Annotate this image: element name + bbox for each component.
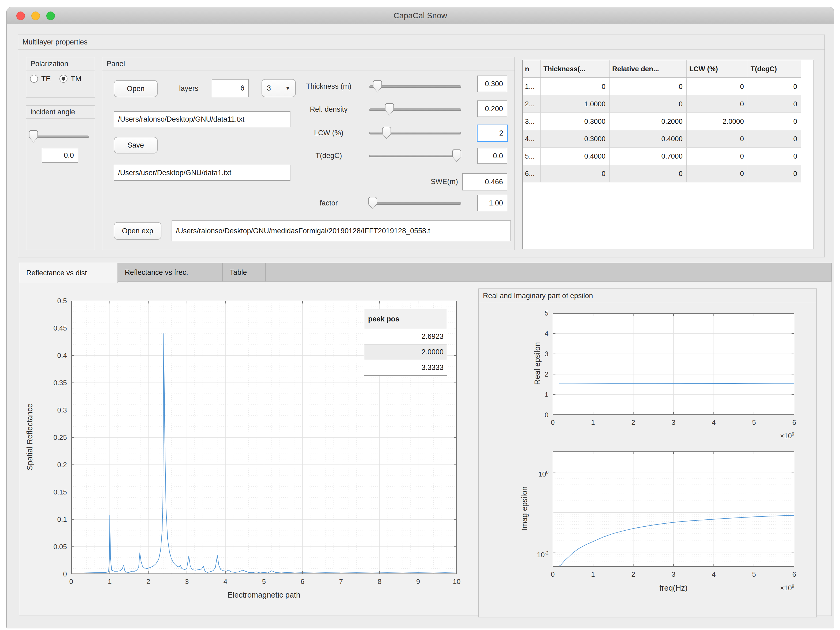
table-cell[interactable]: 4... bbox=[523, 130, 541, 147]
rel-density-slider-track[interactable] bbox=[369, 108, 461, 111]
tick-label: 100 bbox=[506, 468, 548, 478]
table-row: 4...0.30000.400000 bbox=[523, 130, 801, 147]
factor-slider-thumb[interactable] bbox=[368, 197, 377, 209]
radio-te[interactable]: TE bbox=[30, 74, 51, 83]
reflectance-xlabel: Electromagnetic path bbox=[71, 590, 457, 600]
t-degc-slider-track[interactable] bbox=[369, 155, 461, 157]
t-degc-value[interactable]: 0.0 bbox=[477, 148, 507, 164]
table-row: 2...1.0000000 bbox=[523, 95, 801, 113]
factor-label: factor bbox=[281, 199, 377, 207]
table-cell[interactable]: 0 bbox=[687, 165, 748, 182]
table-cell[interactable]: 1... bbox=[523, 78, 541, 95]
incident-angle-slider[interactable] bbox=[30, 130, 89, 143]
open-path-field[interactable]: /Users/ralonso/Desktop/GNU/data11.txt bbox=[114, 111, 291, 127]
table-cell[interactable]: 0 bbox=[687, 78, 748, 95]
table-cell[interactable]: 0 bbox=[541, 78, 609, 95]
lcw-slider[interactable] bbox=[369, 127, 461, 139]
tick-label: 0.25 bbox=[24, 433, 67, 442]
table-cell[interactable]: 6... bbox=[523, 165, 541, 182]
table-cell[interactable]: 0.2000 bbox=[609, 113, 687, 130]
peek-pos-row: 3.3333 bbox=[364, 360, 447, 375]
table-cell[interactable]: 0 bbox=[748, 130, 801, 147]
tick-label: 0.2 bbox=[24, 461, 67, 469]
table-cell[interactable]: 0 bbox=[748, 147, 801, 165]
tick-label: 9 bbox=[397, 577, 439, 586]
tick-label: 5 bbox=[243, 577, 285, 586]
tab-reflectance-vs-dist[interactable]: Reflectance vs dist bbox=[19, 263, 118, 283]
tick-label: 0.1 bbox=[24, 515, 67, 524]
factor-value[interactable]: 1.00 bbox=[477, 195, 507, 211]
radio-tm[interactable]: TM bbox=[59, 74, 81, 83]
table-cell[interactable]: 0.4000 bbox=[609, 130, 687, 147]
layers-table: nThickness(...Relative den...LCW (%)T(de… bbox=[522, 60, 814, 249]
save-button[interactable]: Save bbox=[114, 137, 158, 154]
table-cell[interactable]: 0 bbox=[609, 165, 687, 182]
tick-label: 5 bbox=[733, 570, 775, 579]
radio-te-circle[interactable] bbox=[30, 75, 38, 83]
thickness-value[interactable]: 0.300 bbox=[477, 76, 507, 92]
table-cell[interactable]: 0.7000 bbox=[609, 147, 687, 165]
tick-label: 0.35 bbox=[24, 378, 67, 387]
tab-reflectance-vs-frec[interactable]: Reflectance vs frec. bbox=[118, 263, 223, 282]
tick-label: 0.45 bbox=[24, 324, 67, 332]
multilayer-properties-title: Multilayer properties bbox=[18, 35, 824, 49]
table-column-header: LCW (%) bbox=[687, 60, 748, 78]
table-cell[interactable]: 0.3000 bbox=[541, 130, 609, 147]
table-cell[interactable]: 1.0000 bbox=[541, 95, 609, 112]
incident-angle-slider-thumb[interactable] bbox=[29, 130, 38, 142]
radio-tm-circle[interactable] bbox=[59, 75, 68, 83]
table-cell[interactable]: 0 bbox=[541, 165, 609, 182]
table-cell[interactable]: 0.3000 bbox=[541, 113, 609, 130]
incident-angle-value[interactable]: 0.0 bbox=[42, 148, 78, 163]
table-cell[interactable]: 3... bbox=[523, 113, 541, 130]
tick-label: 6 bbox=[773, 418, 816, 427]
factor-slider[interactable] bbox=[369, 197, 461, 210]
exp-path-field[interactable]: /Users/ralonso/Desktop/GNU/medidasFormig… bbox=[172, 220, 511, 241]
layers-label: layers bbox=[173, 84, 205, 93]
table-row: 6...0000 bbox=[523, 165, 801, 182]
rel-density-value[interactable]: 0.200 bbox=[477, 100, 507, 117]
tick-label: 2 bbox=[127, 577, 170, 586]
table-cell[interactable]: 0 bbox=[609, 78, 687, 95]
rel-density-slider[interactable] bbox=[369, 103, 461, 116]
peek-pos-row: 2.0000 bbox=[364, 345, 447, 360]
table-cell[interactable]: 2.0000 bbox=[687, 113, 748, 130]
thickness-slider-track[interactable] bbox=[369, 85, 461, 88]
tick-label: 2 bbox=[506, 370, 548, 378]
tick-label: 8 bbox=[358, 577, 401, 586]
radio-te-label: TE bbox=[41, 74, 51, 83]
thickness-slider[interactable] bbox=[369, 80, 461, 93]
rel-density-slider-thumb[interactable] bbox=[385, 103, 394, 116]
open-exp-button[interactable]: Open exp bbox=[114, 222, 161, 240]
table-cell[interactable]: 0 bbox=[609, 95, 687, 112]
polarization-panel: Polarization TE TM bbox=[26, 57, 95, 98]
open-button[interactable]: Open bbox=[114, 80, 158, 97]
factor-slider-track[interactable] bbox=[369, 202, 461, 205]
table-cell[interactable]: 0 bbox=[748, 95, 801, 112]
thickness-slider-thumb[interactable] bbox=[373, 80, 382, 92]
table-cell[interactable]: 0 bbox=[687, 147, 748, 165]
table-cell[interactable]: 2... bbox=[523, 95, 541, 112]
tick-label: 4 bbox=[506, 329, 548, 338]
table-cell[interactable]: 0 bbox=[748, 113, 801, 130]
table-cell[interactable]: 0 bbox=[687, 130, 748, 147]
layer-select-value: 3 bbox=[267, 84, 271, 92]
lcw-slider-thumb[interactable] bbox=[382, 127, 391, 139]
tick-label: 1 bbox=[506, 390, 548, 399]
table-cell[interactable]: 0 bbox=[748, 165, 801, 182]
lcw-value[interactable]: 2 bbox=[477, 125, 508, 142]
table-cell[interactable]: 0.4000 bbox=[541, 147, 609, 165]
swe-value[interactable]: 0.466 bbox=[462, 173, 507, 190]
table-cell[interactable]: 5... bbox=[523, 147, 541, 165]
table-cell[interactable]: 0 bbox=[748, 78, 801, 95]
tab-table[interactable]: Table bbox=[223, 263, 265, 282]
t-degc-slider[interactable] bbox=[369, 149, 461, 162]
layers-field[interactable]: 6 bbox=[212, 79, 249, 97]
incident-angle-slider-track[interactable] bbox=[30, 136, 89, 138]
t-degc-slider-thumb[interactable] bbox=[452, 149, 461, 162]
table-cell[interactable]: 0 bbox=[687, 95, 748, 112]
table-row: 1...0000 bbox=[523, 78, 801, 95]
tick-label: 3 bbox=[166, 577, 208, 586]
tick-label: 5 bbox=[733, 418, 775, 427]
save-path-field[interactable]: /Users/user/Desktop/GNU/data1.txt bbox=[114, 165, 291, 181]
